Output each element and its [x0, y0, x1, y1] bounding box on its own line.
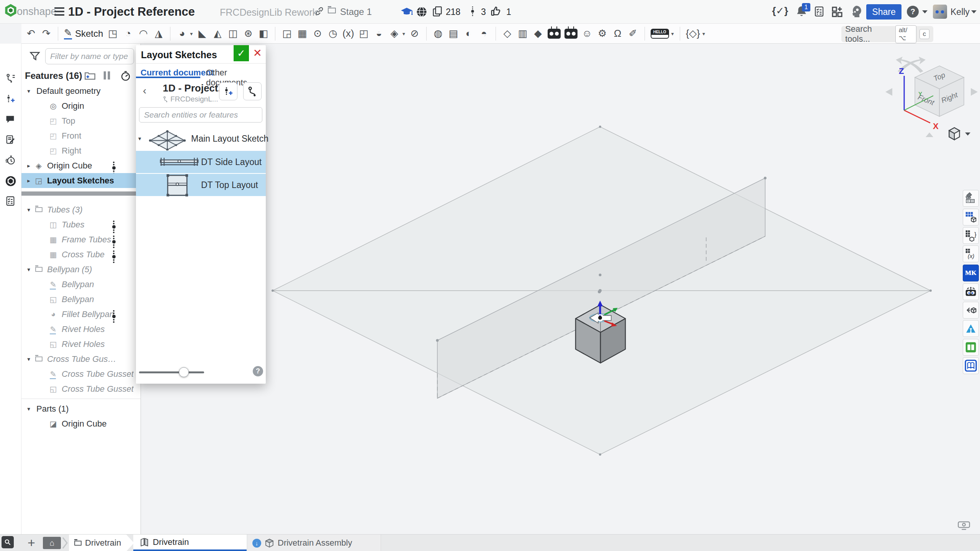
- feature-row-fillet-bellypan[interactable]: ◕Fillet Bellypan: [21, 307, 141, 322]
- boolean-icon[interactable]: ◫: [227, 27, 239, 41]
- rollback-bar[interactable]: [21, 191, 141, 196]
- dialog-confirm-button[interactable]: ✓: [234, 45, 249, 61]
- learning-center-icon[interactable]: [401, 7, 413, 18]
- comments-icon[interactable]: [5, 114, 16, 126]
- breadcrumb-folder-tab[interactable]: Drivetrain: [69, 535, 134, 551]
- user-name[interactable]: Kelly: [951, 7, 970, 17]
- enclose-icon[interactable]: ▤: [448, 27, 459, 41]
- intersect-icon[interactable]: ⊙: [312, 27, 323, 41]
- avatar[interactable]: [933, 5, 947, 19]
- feature-row-cross-tube[interactable]: ▦Cross Tube: [21, 247, 141, 262]
- part-config-icon[interactable]: }: [963, 227, 979, 244]
- copies-icon[interactable]: [432, 6, 443, 19]
- feature-row-right[interactable]: ◰Right: [21, 143, 141, 158]
- feature-row-layout-sketches[interactable]: ▸◲Layout Sketches: [21, 173, 141, 188]
- feature-row-cross-tube-gusset[interactable]: ✎Cross Tube Gusset: [21, 366, 141, 381]
- feature-row-origin-cube[interactable]: ◪Origin Cube: [21, 416, 141, 431]
- feature-filter-input[interactable]: [45, 48, 134, 64]
- likes-icon[interactable]: [490, 5, 502, 18]
- dialog-search-input[interactable]: [139, 107, 262, 123]
- variable-icon[interactable]: (x): [342, 27, 354, 41]
- docs-green-icon[interactable]: [963, 339, 979, 356]
- create-version-icon[interactable]: [5, 93, 16, 105]
- dialog-item-dt-side-layout[interactable]: DT Side Layout: [136, 151, 266, 173]
- insert-derived-icon[interactable]: {◇}: [686, 27, 700, 41]
- feature-row-frame-tubes[interactable]: ▦Frame Tubes: [21, 232, 141, 247]
- dialog-document-name[interactable]: 1D - Project...: [163, 82, 226, 94]
- feature-row-rivet-holes[interactable]: ✎Rivet Holes: [21, 322, 141, 337]
- docs-blue-icon[interactable]: [963, 357, 979, 374]
- name-badge-icon[interactable]: HELLO: [651, 29, 669, 39]
- featurescript-icon[interactable]: {✓}: [772, 5, 788, 17]
- thumbnail-size-slider-handle[interactable]: [179, 367, 189, 377]
- add-tab-button[interactable]: +: [24, 535, 39, 551]
- robot-feature-2-icon[interactable]: [564, 29, 578, 39]
- dialog-help-button[interactable]: ?: [253, 366, 263, 376]
- draft-icon[interactable]: ◭: [212, 27, 223, 41]
- view-mode-selector[interactable]: [947, 126, 970, 142]
- belt-feature-icon[interactable]: Ω: [612, 27, 623, 41]
- feature-row-origin-cube[interactable]: ▸◈Origin Cube: [21, 158, 141, 173]
- ai-advisor-icon[interactable]: [849, 5, 863, 20]
- alpine-addon-icon[interactable]: [963, 320, 979, 337]
- feature-row-bellypan[interactable]: ✎Bellypan: [21, 277, 141, 292]
- mkcad-icon[interactable]: MK: [963, 265, 979, 281]
- regen-timer-icon[interactable]: [120, 70, 131, 83]
- share-button[interactable]: Share: [866, 4, 901, 20]
- expander-icon[interactable]: ▸: [25, 162, 33, 169]
- help-caret-icon[interactable]: [922, 10, 928, 13]
- extrude-icon[interactable]: ◳: [107, 27, 118, 41]
- tube-cut-icon[interactable]: ◆: [532, 27, 544, 41]
- tube-icon[interactable]: ▥: [517, 27, 528, 41]
- feature-row-parts-1[interactable]: ▾Parts (1): [21, 401, 141, 416]
- notifications-bell-icon[interactable]: 1: [796, 5, 807, 19]
- feature-row-top[interactable]: ◰Top: [21, 113, 141, 128]
- tab-drivetrain-partstudio[interactable]: Drivetrain: [133, 535, 247, 551]
- frame-icon[interactable]: ◇: [502, 27, 513, 41]
- transform-caret-icon[interactable]: ▾: [402, 31, 405, 37]
- notes-icon[interactable]: [5, 134, 16, 146]
- history-icon[interactable]: [5, 155, 16, 166]
- tab-drivetrain-assembly[interactable]: ↓ Drivetrain Assembly: [248, 535, 381, 551]
- fillet-icon[interactable]: ◕: [176, 27, 188, 41]
- tasks-checklist-icon[interactable]: [813, 5, 825, 19]
- filter-funnel-icon[interactable]: [29, 51, 41, 64]
- custom-properties-icon[interactable]: [963, 209, 979, 226]
- fillet-caret-icon[interactable]: ▾: [190, 31, 193, 37]
- robot-assistant-icon[interactable]: [963, 283, 979, 300]
- checklist-icon[interactable]: [5, 196, 16, 207]
- revolve-icon[interactable]: ◔: [122, 27, 134, 41]
- feature-row-origin[interactable]: ◎Origin: [21, 98, 141, 113]
- versions-tree-icon[interactable]: [5, 73, 16, 85]
- suppress-pause-icon[interactable]: [103, 70, 111, 82]
- user-menu-caret-icon[interactable]: [971, 10, 977, 13]
- transform-icon[interactable]: ◈: [389, 27, 400, 41]
- marker-feature-icon[interactable]: ✐: [627, 27, 639, 41]
- feature-row-cross-tube-gusset[interactable]: ◱Cross Tube Gusset: [21, 381, 141, 396]
- rib-icon[interactable]: ◧: [258, 27, 269, 41]
- origin-point[interactable]: [598, 316, 602, 320]
- sketch-button[interactable]: ✎Sketch: [64, 28, 103, 39]
- onshape-badge-icon[interactable]: [5, 175, 16, 187]
- view-mode-caret-icon[interactable]: [965, 132, 970, 136]
- dialog-close-button[interactable]: ✕: [253, 47, 262, 59]
- plane-icon[interactable]: ◰: [358, 27, 370, 41]
- expander-icon[interactable]: ▾: [25, 356, 33, 363]
- loft-icon[interactable]: ◮: [153, 27, 164, 41]
- sketch-point[interactable]: [598, 290, 601, 293]
- dialog-item-main-layout-sketch[interactable]: ▾Main Layout Sketch: [136, 126, 266, 151]
- linear-pattern-icon[interactable]: ▦: [296, 27, 308, 41]
- dialog-item-dt-top-layout[interactable]: DT Top Layout: [136, 174, 266, 196]
- person-feature-icon[interactable]: ☺: [581, 27, 593, 41]
- back-chevron-icon[interactable]: ‹: [143, 85, 146, 97]
- help-button[interactable]: ?: [907, 6, 919, 18]
- feature-row-front[interactable]: ◰Front: [21, 128, 141, 143]
- feature-row-bellypan[interactable]: ◱Bellypan: [21, 292, 141, 307]
- onshape-logo-icon[interactable]: [3, 3, 18, 19]
- gear-feature-icon[interactable]: ⚙: [597, 27, 608, 41]
- delete-part-icon[interactable]: ⊘: [409, 27, 420, 41]
- move-face-icon[interactable]: ◐: [463, 27, 474, 41]
- part-variables-icon[interactable]: (x): [963, 245, 979, 262]
- redo-icon[interactable]: ↷: [41, 27, 52, 41]
- home-button[interactable]: ⌂: [43, 537, 61, 549]
